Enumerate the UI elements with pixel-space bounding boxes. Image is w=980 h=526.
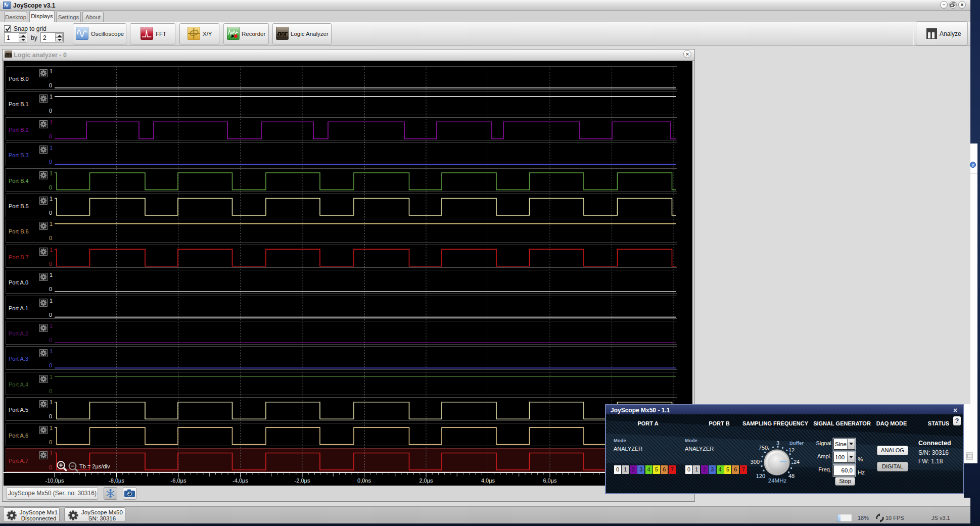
svg-text:3: 3 [776, 440, 779, 446]
svg-text:-8,0µs: -8,0µs [109, 477, 124, 484]
svg-text:-6,0µs: -6,0µs [171, 477, 186, 484]
svg-text:Tb = 2µs/div: Tb = 2µs/div [79, 463, 110, 469]
svg-text:24: 24 [794, 459, 800, 465]
svg-text:0,0ns: 0,0ns [357, 477, 371, 484]
svg-text:4,0µs: 4,0µs [481, 477, 495, 484]
svg-text:Buffer: Buffer [789, 440, 804, 446]
svg-text:-10,0µs: -10,0µs [45, 477, 64, 484]
svg-text:-2,0µs: -2,0µs [295, 477, 310, 484]
svg-text:12: 12 [788, 447, 795, 453]
svg-text:120: 120 [756, 473, 765, 479]
svg-text:750: 750 [759, 445, 768, 451]
svg-text:300: 300 [751, 459, 760, 465]
svg-text:-4,0µs: -4,0µs [232, 477, 248, 484]
svg-text:24MHz: 24MHz [768, 477, 787, 484]
svg-text:6,0µs: 6,0µs [543, 477, 557, 484]
svg-text:2,0µs: 2,0µs [419, 477, 433, 484]
svg-text:48: 48 [788, 473, 795, 479]
